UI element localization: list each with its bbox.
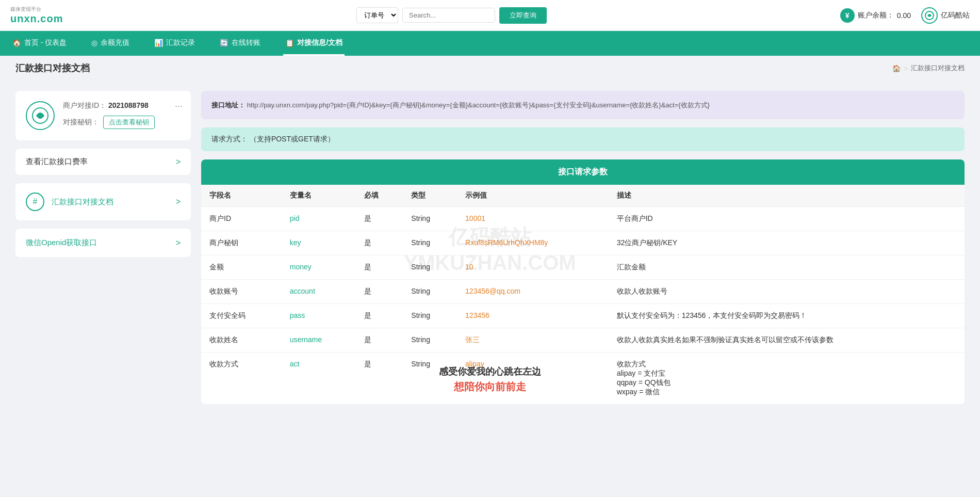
site-logo-icon	[921, 7, 938, 24]
docs-icon: 📋	[285, 39, 294, 47]
logo-plain: unxn	[10, 13, 37, 24]
breadcrumb-current: 汇款接口对接文档	[911, 63, 965, 73]
api-url-label: 接口地址：	[211, 101, 245, 109]
cell-type: String	[403, 328, 457, 352]
cell-type: String	[403, 352, 457, 405]
cell-field: 商户秘钥	[201, 231, 282, 255]
site-name: 亿码酷站	[941, 11, 970, 20]
left-panel: 商户对接ID： 2021088798 对接秘钥： 点击查看秘钥 ... 查看汇款…	[15, 91, 191, 404]
col-desc: 描述	[609, 185, 965, 207]
cell-desc: 32位商户秘钥/KEY	[609, 231, 965, 255]
nav-item-recharge[interactable]: ◎ 余额充值	[89, 31, 132, 56]
recharge-icon: ◎	[91, 39, 97, 47]
fee-card-label: 查看汇款接口费率	[26, 157, 88, 167]
table-row: 商户ID pid 是 String 10001 平台商户ID	[201, 207, 965, 231]
logo-accent: .com	[37, 13, 63, 24]
cell-desc: 收款人收款真实姓名如果不强制验证真实姓名可以留空或不传该参数	[609, 328, 965, 352]
cell-required: 是	[356, 352, 403, 405]
cell-example: alipay	[457, 352, 609, 405]
params-table-head: 字段名 变量名 必填 类型 示例值 描述	[201, 185, 965, 207]
doc-card-label: 汇款接口对接文档	[52, 197, 169, 207]
cell-var: pass	[282, 304, 356, 328]
cell-var: username	[282, 328, 356, 352]
fee-card[interactable]: 查看汇款接口费率 >	[15, 149, 191, 175]
table-row: 收款账号 account 是 String 123456@qq.com 收款人收…	[201, 280, 965, 304]
api-url-text: http://pay.unxn.com/pay.php?pid={商户ID}&k…	[247, 101, 710, 109]
breadcrumb: 🏠 > 汇款接口对接文档	[892, 63, 965, 73]
wechat-card-label: 微信Openid获取接口	[26, 238, 169, 248]
cell-var: key	[282, 231, 356, 255]
site-logo-area: 亿码酷站	[921, 7, 970, 24]
cell-example: 张三	[457, 328, 609, 352]
doc-card-arrow-icon: >	[176, 197, 181, 206]
table-row: 支付安全码 pass 是 String 123456 默认支付安全码为：1234…	[201, 304, 965, 328]
search-area: 订单号 立即查询	[356, 7, 547, 24]
col-field: 字段名	[201, 185, 282, 207]
cell-example: 123456@qq.com	[457, 280, 609, 304]
nav-item-home[interactable]: 🏠 首页 - 仪表盘	[10, 31, 69, 56]
doc-card[interactable]: # 汇款接口对接文档 >	[15, 183, 191, 220]
cell-desc: 收款人收款账号	[609, 280, 965, 304]
breadcrumb-separator: >	[904, 65, 908, 72]
nav-home-label: 首页 - 仪表盘	[24, 38, 67, 47]
api-url-box: 接口地址： http://pay.unxn.com/pay.php?pid={商…	[201, 91, 965, 119]
nav-records-label: 汇款记录	[166, 38, 195, 47]
request-method-box: 请求方式： （支持POST或GET请求）	[201, 127, 965, 151]
logo-bottom-text: unxn.com	[10, 12, 63, 25]
view-secret-button[interactable]: 点击查看秘钥	[103, 116, 155, 129]
secret-label: 对接秘钥：	[63, 118, 99, 127]
nav-item-records[interactable]: 📊 汇款记录	[152, 31, 197, 56]
params-table-container: 接口请求参数 字段名 变量名 必填 类型 示例值 描述 商户ID pid 是	[201, 159, 965, 404]
navigation: 🏠 首页 - 仪表盘 ◎ 余额充值 📊 汇款记录 🔄 在线转账 📋 对接信息/文…	[0, 31, 980, 56]
more-options-button[interactable]: ...	[175, 99, 183, 108]
params-table-body: 商户ID pid 是 String 10001 平台商户ID 商户秘钥 key …	[201, 207, 965, 405]
logo-area: 媒体变现平台 unxn.com	[10, 6, 63, 25]
cell-field: 收款姓名	[201, 328, 282, 352]
breadcrumb-home-icon[interactable]: 🏠	[892, 65, 901, 72]
search-select[interactable]: 订单号	[356, 7, 398, 23]
cell-field: 收款方式	[201, 352, 282, 405]
merchant-logo-svg	[31, 106, 50, 125]
cell-var: account	[282, 280, 356, 304]
nav-transfer-label: 在线转账	[232, 38, 260, 47]
col-required: 必填	[356, 185, 403, 207]
method-label: 请求方式：	[211, 135, 248, 143]
header: 媒体变现平台 unxn.com 订单号 立即查询 ¥ 账户余额： 0.00	[0, 0, 980, 31]
cell-desc: 默认支付安全码为：123456，本支付安全码即为交易密码！	[609, 304, 965, 328]
params-table-header: 接口请求参数	[201, 159, 965, 185]
wechat-card[interactable]: 微信Openid获取接口 >	[15, 229, 191, 257]
nav-item-transfer[interactable]: 🔄 在线转账	[218, 31, 263, 56]
cell-desc: 收款方式alipay = 支付宝qqpay = QQ钱包wxpay = 微信	[609, 352, 965, 405]
col-example: 示例值	[457, 185, 609, 207]
logo-text: 媒体变现平台 unxn.com	[10, 6, 63, 25]
table-row: 商户秘钥 key 是 String Rxuf8sRM6UrhQhXHM8y 32…	[201, 231, 965, 255]
fee-card-arrow-icon: >	[176, 157, 181, 167]
cell-var: money	[282, 255, 356, 280]
cell-required: 是	[356, 304, 403, 328]
cell-required: 是	[356, 207, 403, 231]
search-button[interactable]: 立即查询	[499, 7, 547, 24]
right-panel: 接口地址： http://pay.unxn.com/pay.php?pid={商…	[201, 91, 965, 404]
search-input[interactable]	[402, 8, 495, 23]
doc-card-icon: #	[26, 193, 44, 211]
balance-area: ¥ 账户余额： 0.00	[840, 8, 911, 23]
wechat-card-arrow-icon: >	[176, 238, 181, 248]
cell-required: 是	[356, 280, 403, 304]
hashtag-icon: #	[33, 197, 38, 206]
cell-example: 10	[457, 255, 609, 280]
merchant-info: 商户对接ID： 2021088798 对接秘钥： 点击查看秘钥	[63, 101, 181, 129]
cell-required: 是	[356, 255, 403, 280]
merchant-id-label: 商户对接ID：	[63, 101, 106, 109]
nav-item-docs[interactable]: 📋 对接信息/文档	[283, 31, 345, 56]
cell-desc: 平台商户ID	[609, 207, 965, 231]
cell-required: 是	[356, 328, 403, 352]
cell-field: 支付安全码	[201, 304, 282, 328]
cell-desc: 汇款金额	[609, 255, 965, 280]
params-table: 字段名 变量名 必填 类型 示例值 描述 商户ID pid 是 String 1…	[201, 185, 965, 404]
nav-recharge-label: 余额充值	[101, 38, 129, 47]
page-title: 汇款接口对接文档	[15, 62, 90, 74]
cell-example: Rxuf8sRM6UrhQhXHM8y	[457, 231, 609, 255]
merchant-id-value: 2021088798	[108, 101, 149, 109]
transfer-icon: 🔄	[220, 39, 228, 47]
params-table-header-row: 字段名 变量名 必填 类型 示例值 描述	[201, 185, 965, 207]
